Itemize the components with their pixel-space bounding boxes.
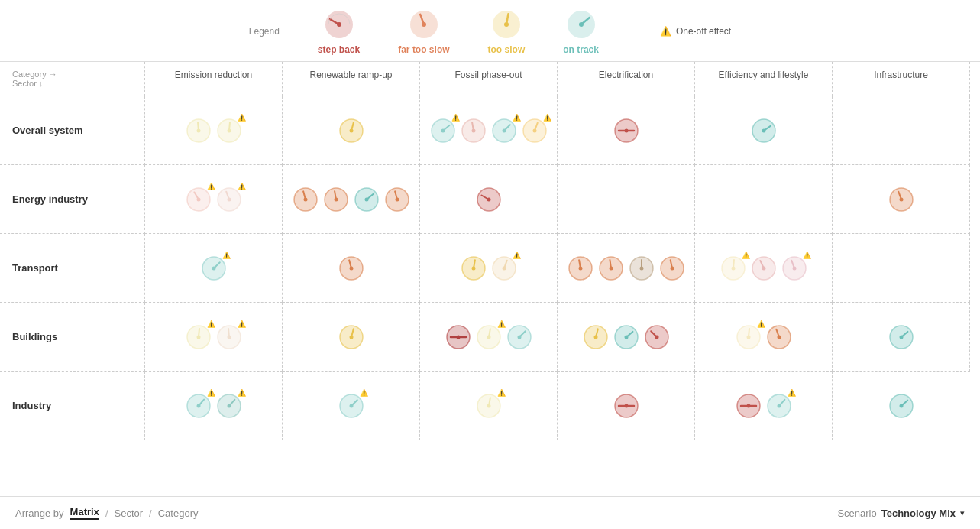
- cell-3-1: [283, 303, 420, 372]
- scenario-label: Scenario: [837, 508, 876, 519]
- svg-point-7: [579, 22, 584, 27]
- cell-1-3: [558, 165, 695, 234]
- svg-point-171: [196, 404, 200, 407]
- gauge-wrap-2-1-0: [338, 255, 365, 282]
- svg-point-19: [349, 128, 353, 132]
- svg-point-143: [517, 335, 521, 339]
- cell-3-2: ⚠️: [420, 303, 558, 372]
- row-label-4: Industry: [0, 372, 145, 440]
- svg-point-39: [624, 128, 628, 132]
- gauge-wrap-4-0-0: ⚠️: [185, 392, 212, 420]
- gauge-wrap-4-3-0: [613, 392, 640, 420]
- legend-status-too-slow: too slow: [488, 44, 526, 55]
- legend-item-far-too-slow: far too slow: [398, 8, 449, 55]
- warning-badge: ⚠️: [513, 114, 521, 122]
- gauge-wrap-0-2-3: ⚠️: [521, 117, 548, 144]
- category-arrow-label: Category →: [12, 70, 138, 79]
- row-label-3: Buildings: [0, 303, 145, 372]
- legend-bar: Legend step back far too slow: [0, 0, 980, 61]
- cell-4-2: ⚠️: [420, 372, 558, 440]
- gauge-wrap-2-0-0: ⚠️: [200, 255, 228, 282]
- svg-point-127: [227, 335, 231, 339]
- warning-badge: ⚠️: [757, 320, 765, 328]
- row-label-0: Overall system: [0, 96, 145, 165]
- gauge-wrap-3-4-0: ⚠️: [735, 323, 762, 351]
- gauge-wrap-3-2-2: [506, 323, 533, 351]
- svg-point-139: [487, 335, 490, 339]
- svg-point-159: [746, 335, 750, 339]
- warning-badge: ⚠️: [238, 114, 246, 122]
- arrange-by: Arrange by Matrix / Sector / Category: [15, 506, 198, 520]
- cell-4-3: [558, 372, 695, 440]
- gauge-wrap-0-2-1: [460, 117, 487, 144]
- gauge-wrap-0-1-0: [338, 117, 365, 144]
- footer: Arrange by Matrix / Sector / Category Sc…: [0, 496, 980, 529]
- svg-point-11: [196, 128, 200, 132]
- cell-1-5: [833, 165, 970, 234]
- scenario-value[interactable]: Technology Mix: [881, 508, 956, 519]
- svg-point-175: [227, 404, 231, 407]
- arrange-category[interactable]: Category: [158, 508, 199, 519]
- svg-point-99: [609, 266, 613, 270]
- legend-label: Legend: [249, 26, 280, 37]
- gauge-wrap-0-2-0: ⚠️: [429, 117, 457, 144]
- svg-point-195: [777, 404, 781, 407]
- gauge-wrap-0-0-1: ⚠️: [215, 117, 243, 144]
- legend-status-far-too-slow: far too slow: [398, 44, 449, 55]
- svg-point-31: [502, 128, 506, 132]
- arrange-sector[interactable]: Sector: [115, 508, 144, 519]
- warning-badge: ⚠️: [238, 320, 246, 328]
- svg-point-59: [334, 197, 338, 201]
- arrange-matrix[interactable]: Matrix: [70, 506, 99, 520]
- svg-point-131: [349, 335, 353, 339]
- svg-point-75: [899, 197, 903, 201]
- svg-point-15: [227, 128, 231, 132]
- svg-point-111: [731, 266, 735, 270]
- svg-point-135: [456, 335, 460, 339]
- warning-badge: ⚠️: [207, 320, 215, 328]
- chevron-down-icon[interactable]: ▾: [960, 508, 965, 518]
- cell-2-2: ⚠️: [420, 234, 558, 303]
- svg-point-67: [395, 197, 399, 201]
- svg-point-79: [212, 266, 215, 270]
- legend-item-step-back: step back: [318, 8, 360, 55]
- cell-0-2: ⚠️ ⚠️ ⚠️: [420, 96, 558, 165]
- gauge-wrap-3-2-0: [445, 323, 472, 351]
- gauge-wrap-3-3-1: [613, 323, 640, 351]
- warning-badge: ⚠️: [451, 114, 460, 122]
- gauge-wrap-4-4-1: ⚠️: [765, 392, 793, 420]
- gauge-wrap-1-5-0: [888, 186, 915, 213]
- warning-badge: ⚠️: [207, 183, 215, 190]
- cell-0-3: [558, 96, 695, 165]
- gauge-wrap-0-3-0: [613, 117, 640, 144]
- gauge-wrap-1-1-2: [353, 186, 380, 213]
- gauge-wrap-3-1-0: [338, 323, 365, 351]
- warning-badge: ⚠️: [513, 252, 521, 259]
- cell-1-1: [283, 165, 420, 234]
- svg-point-103: [639, 266, 643, 270]
- svg-point-43: [762, 128, 765, 132]
- cell-2-3: [558, 234, 695, 303]
- svg-point-83: [349, 266, 353, 270]
- gauge-wrap-4-1-0: ⚠️: [338, 392, 365, 420]
- svg-point-1: [337, 22, 341, 27]
- svg-point-191: [746, 404, 750, 407]
- gauge-wrap-1-1-3: [383, 186, 411, 213]
- svg-point-179: [349, 404, 353, 407]
- col-header-4: Efficiency and lifestyle: [695, 62, 833, 96]
- one-off-effect-label: ⚠️ One-off effect: [660, 26, 731, 37]
- gauge-wrap-2-2-0: [460, 255, 487, 282]
- gauge-wrap-3-3-0: [582, 323, 610, 351]
- svg-point-3: [422, 22, 426, 27]
- svg-point-107: [670, 266, 674, 270]
- warning-badge: ⚠️: [360, 389, 368, 397]
- svg-point-115: [762, 266, 765, 270]
- gauge-wrap-3-0-1: ⚠️: [215, 323, 243, 351]
- svg-point-5: [504, 22, 509, 27]
- svg-point-23: [441, 128, 445, 132]
- warning-icon: ⚠️: [660, 26, 671, 37]
- col-header-1: Renewable ramp-up: [283, 62, 420, 96]
- cell-4-5: [833, 372, 970, 440]
- gauge-wrap-0-0-0: [185, 117, 212, 144]
- gauge-wrap-1-0-1: ⚠️: [215, 186, 243, 213]
